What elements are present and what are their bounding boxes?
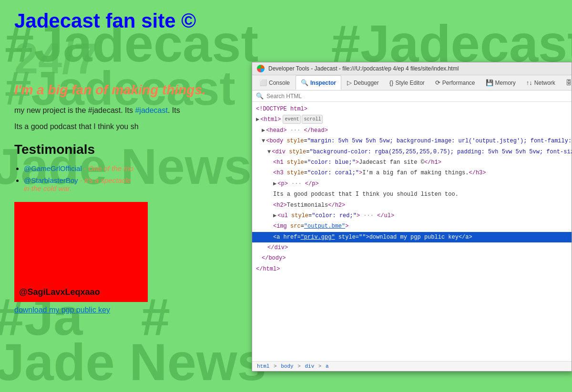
body-tag: <body bbox=[266, 136, 283, 146]
console-icon: ⬜ bbox=[259, 79, 267, 86]
html-panel[interactable]: <!DOCTYPE html> ▶ <html> event scroll ▶ … bbox=[252, 102, 572, 361]
img-src-value: "output.bme" bbox=[304, 221, 345, 231]
html-doctype: <!DOCTYPE html> bbox=[252, 104, 572, 114]
tab-inspector[interactable]: 🔍 Inspector bbox=[296, 75, 341, 90]
h3-close: > bbox=[359, 168, 362, 178]
testimonial-link-2[interactable]: @StarblasterBoy bbox=[24, 176, 78, 184]
red-box: @SagiLavxLeqxaao bbox=[14, 202, 148, 302]
site-tagline: I'm a big fan of making things. bbox=[14, 82, 234, 98]
memory-icon: 💾 bbox=[486, 79, 493, 86]
toggle-arrow-div[interactable]: ▼ bbox=[267, 147, 271, 157]
p-ellipsis: ··· bbox=[288, 179, 305, 189]
h1-text: Jadecast fan site © bbox=[359, 158, 424, 167]
div-tag-line[interactable]: ▼ <div style="background-color: rgba(255… bbox=[252, 147, 572, 157]
body-text-1: my new project is the #jadecast. Its bbox=[14, 106, 133, 114]
tab-performance-label: Performance bbox=[442, 80, 475, 86]
testimonial-item-1: @GameGrlOfficial - One of the mo bbox=[24, 164, 234, 172]
html-search-input[interactable] bbox=[266, 93, 568, 100]
inspector-icon: 🔍 bbox=[301, 79, 308, 86]
html-tag-line[interactable]: ▶ <html> event scroll bbox=[252, 114, 572, 125]
breadcrumb-sep-1: > bbox=[274, 363, 280, 369]
tab-memory-label: Memory bbox=[495, 80, 516, 86]
img-tag: <img bbox=[273, 221, 287, 231]
img-close: > bbox=[345, 221, 348, 231]
debugger-icon: ▷ bbox=[347, 79, 352, 86]
devtools-breadcrumb: html > body > div > a bbox=[252, 361, 572, 371]
div-style-attr: style bbox=[286, 147, 306, 157]
ul-ellipsis: ··· bbox=[360, 211, 377, 221]
ul-style-attr: style bbox=[288, 211, 308, 221]
h2-end-tag: </h2> bbox=[328, 201, 345, 210]
breadcrumb-a[interactable]: a bbox=[326, 363, 329, 369]
a-href-attr: href bbox=[280, 232, 297, 242]
a-text: download my pgp public key bbox=[369, 232, 459, 242]
anchor-tag-line[interactable]: <a href="priv.gpg" style="" > download m… bbox=[252, 232, 572, 242]
breadcrumb-div[interactable]: div bbox=[305, 363, 314, 369]
site-body-paragraph: my new project is the #jadecast. Its #ja… bbox=[14, 105, 234, 116]
download-link[interactable]: download my pgp public key bbox=[14, 306, 234, 314]
breadcrumb-html[interactable]: html bbox=[257, 363, 269, 369]
tab-debugger-label: Debugger bbox=[354, 80, 379, 86]
p-tag-line[interactable]: ▶ <p> ··· </p> bbox=[252, 179, 572, 189]
tab-network[interactable]: ↑↓ Network bbox=[521, 75, 560, 90]
toggle-arrow-ul[interactable]: ▶ bbox=[273, 211, 276, 221]
red-box-label: @SagiLavxLeqxaao bbox=[19, 287, 100, 297]
ul-style-value: "color: red;" bbox=[312, 211, 357, 221]
a-end-tag: </a> bbox=[459, 232, 472, 242]
h3-end-tag: </h3> bbox=[469, 168, 486, 178]
tab-style-editor[interactable]: {} Style Editor bbox=[385, 75, 429, 90]
head-close-tag: </head> bbox=[304, 126, 327, 135]
scroll-badge[interactable]: scroll bbox=[302, 115, 323, 124]
div-end-tag-line: </div> bbox=[252, 242, 572, 253]
h3-tag-line[interactable]: <h3 style="color: coral;" > I'm a big fa… bbox=[252, 168, 572, 178]
devtools-window: Developer Tools - Jadecast - file:///U:/… bbox=[252, 62, 572, 372]
body-tag-line[interactable]: ▼ <body style="margin: 5vh 5vw 5vh 5vw; … bbox=[252, 136, 572, 146]
h1-tag: <h1 bbox=[273, 158, 284, 167]
site-content-layer: Jadecast fan site © 24/7 I'm a big fan o… bbox=[0, 0, 248, 392]
tab-performance[interactable]: ⟳ Performance bbox=[430, 75, 480, 90]
event-badge[interactable]: event bbox=[283, 115, 301, 124]
h2-tag: <h2> bbox=[273, 201, 287, 210]
storage-icon: 🗄 bbox=[566, 79, 572, 86]
html-open-tag: <html> bbox=[260, 115, 281, 124]
devtools-titlebar: Developer Tools - Jadecast - file:///U:/… bbox=[252, 62, 572, 75]
devtools-search-bar: 🔍 bbox=[252, 90, 572, 102]
h2-text: Testimonials bbox=[287, 201, 328, 210]
tab-style-editor-label: Style Editor bbox=[395, 80, 424, 86]
h1-style-value: "color: blue;" bbox=[307, 158, 356, 167]
h3-text: I'm a big fan of making things. bbox=[362, 168, 469, 178]
h1-tag-line[interactable]: <h1 style="color: blue;" > Jadecast fan … bbox=[252, 157, 572, 168]
head-tag-line[interactable]: ▶ <head> ··· </head> bbox=[252, 125, 572, 136]
network-icon: ↑↓ bbox=[526, 79, 532, 86]
h3-tag: <h3 bbox=[273, 168, 284, 178]
ul-tag-line[interactable]: ▶ <ul style="color: red;" > ··· </ul> bbox=[252, 211, 572, 221]
img-tag-line[interactable]: <img src="output.bme" > bbox=[252, 221, 572, 231]
toggle-arrow-head[interactable]: ▶ bbox=[262, 126, 265, 135]
h1-style-attr: style bbox=[284, 158, 304, 167]
tab-console[interactable]: ⬜ Console bbox=[255, 75, 295, 90]
toggle-arrow-p[interactable]: ▶ bbox=[273, 179, 276, 189]
body-end-tag: </body> bbox=[262, 253, 286, 263]
toggle-arrow-body[interactable]: ▼ bbox=[262, 136, 265, 146]
h2-tag-line[interactable]: <h2> Testimonials </h2> bbox=[252, 200, 572, 211]
tab-debugger[interactable]: ▷ Debugger bbox=[342, 75, 384, 90]
breadcrumb-sep-3: > bbox=[318, 363, 325, 369]
breadcrumb-sep-2: > bbox=[297, 363, 304, 369]
site-title: Jadecast fan site © bbox=[14, 10, 234, 32]
h3-style-value: "color: coral;" bbox=[307, 168, 359, 178]
div-end-tag: </div> bbox=[267, 243, 288, 252]
div-open-tag: <div bbox=[272, 147, 286, 157]
devtools-tabs: ⬜ Console 🔍 Inspector ▷ Debugger {} Styl… bbox=[252, 75, 572, 90]
tab-inspector-label: Inspector bbox=[310, 80, 336, 86]
testimonial-link-1[interactable]: @GameGrlOfficial bbox=[24, 164, 82, 172]
tab-memory[interactable]: 💾 Memory bbox=[481, 75, 521, 90]
ul-end-tag: </ul> bbox=[377, 211, 394, 221]
breadcrumb-body[interactable]: body bbox=[281, 363, 293, 369]
tab-storage[interactable]: 🗄 Storage bbox=[561, 75, 572, 90]
performance-icon: ⟳ bbox=[435, 79, 440, 86]
hashtag-link[interactable]: #jadecast bbox=[135, 106, 168, 114]
doctype-tag: <!DOCTYPE html> bbox=[256, 104, 307, 114]
testimonial-text-1: - One of the mo bbox=[84, 164, 133, 172]
a-close: > bbox=[366, 232, 369, 242]
toggle-arrow-html[interactable]: ▶ bbox=[256, 115, 259, 124]
